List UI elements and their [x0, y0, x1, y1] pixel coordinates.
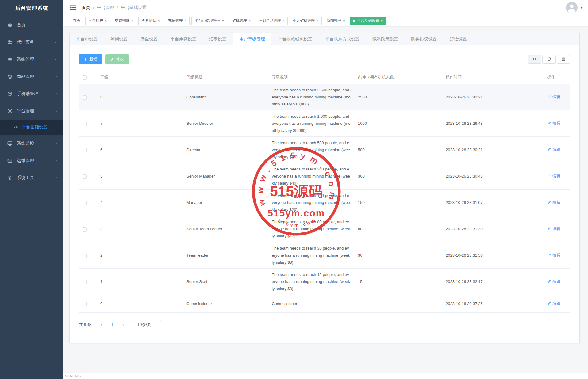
users-icon	[7, 39, 13, 45]
tab-balance[interactable]: 平台余额设置	[164, 33, 203, 45]
tab-contact[interactable]: 平台联系方式设置	[319, 33, 366, 45]
footer-text: MINING	[63, 374, 82, 378]
tab-commission[interactable]: 佣金设置	[134, 33, 164, 45]
tab-user-level[interactable]: 用户等级管理	[233, 33, 271, 45]
breadcrumb-separator: /	[93, 5, 94, 10]
edit-row-button[interactable]: 编辑	[547, 172, 560, 179]
sidebar-item-goods-management[interactable]: 商品管理	[0, 68, 63, 85]
cell-desc: Commissioner	[268, 295, 354, 313]
cell-title: Manager	[183, 190, 268, 216]
tag-close-icon[interactable]: ×	[381, 19, 383, 23]
sidebar-item-mobile-management[interactable]: 手机端管理	[0, 85, 63, 102]
pen-icon	[547, 121, 551, 125]
select-all-checkbox[interactable]	[83, 75, 87, 80]
sidebar-item-system-monitor[interactable]: 系统监控	[0, 135, 63, 152]
edit-row-button[interactable]: 编辑	[547, 225, 560, 232]
edit-row-button[interactable]: 编辑	[547, 146, 560, 153]
app-window: 后台管理系统 首页 代理菜单	[0, 0, 588, 379]
row-checkbox[interactable]	[83, 95, 87, 100]
row-checkbox[interactable]	[83, 148, 87, 152]
edit-row-button[interactable]: 编辑	[547, 300, 560, 307]
tag-recharge-management[interactable]: 充值管理×	[165, 17, 190, 25]
row-checkbox[interactable]	[83, 254, 87, 258]
tag-view-team[interactable]: 查看团队×	[138, 17, 163, 25]
tag-transaction-details[interactable]: 交易明细×	[112, 17, 137, 25]
sidebar-item-label: 手机端管理	[17, 91, 38, 97]
cell-condition: 150	[354, 190, 442, 216]
cell-condition: 2500	[354, 84, 442, 110]
edit-row-button[interactable]: 编辑	[547, 199, 560, 206]
sidebar-item-home[interactable]: 首页	[0, 17, 63, 34]
tag-close-icon[interactable]: ×	[158, 19, 160, 23]
pagination-prev-button[interactable]: ‹	[95, 322, 106, 327]
row-checkbox[interactable]	[83, 302, 87, 306]
tag-close-icon[interactable]: ×	[282, 19, 285, 23]
tag-close-icon[interactable]: ×	[131, 19, 134, 23]
sidebar-item-platform-basic-settings[interactable]: </> 平台基础设置	[0, 120, 63, 135]
tab-exchange-rate[interactable]: 汇率设置	[203, 33, 233, 45]
cell-title: Senior Manager	[183, 163, 268, 190]
tag-platform-users[interactable]: 平台用户×	[85, 17, 110, 25]
hamburger-icon[interactable]	[70, 5, 76, 10]
sidebar-item-agent-menu[interactable]: 代理菜单	[0, 34, 63, 51]
tag-miner-management[interactable]: 矿机管理×	[229, 17, 254, 25]
tag-close-icon[interactable]: ×	[316, 19, 319, 23]
tab-platform-coin[interactable]: 平台币设置	[70, 33, 104, 45]
pagination-page-1[interactable]: 1	[106, 323, 117, 327]
row-checkbox[interactable]	[83, 227, 87, 232]
tab-wallet[interactable]: 平台收款钱包设置	[271, 33, 319, 45]
tag-close-icon[interactable]: ×	[248, 19, 251, 23]
pen-icon	[547, 301, 551, 305]
tag-platform-basic-settings[interactable]: 平台基础设置×	[350, 17, 386, 25]
cell-title: Senior Staff	[183, 269, 268, 295]
tag-close-icon[interactable]: ×	[343, 19, 345, 23]
row-checkbox[interactable]	[83, 201, 87, 205]
sidebar-item-system-management[interactable]: 系统管理	[0, 51, 63, 68]
add-button[interactable]: 新增	[79, 54, 102, 64]
pagination-total: 共 9 条	[79, 322, 91, 327]
caret-down-icon[interactable]	[580, 7, 583, 10]
tag-personal-miner[interactable]: 个人矿机管理×	[290, 17, 322, 25]
search-button[interactable]	[528, 55, 541, 64]
col-action: 操作	[544, 71, 570, 84]
tab-checkin[interactable]: 签到设置	[104, 33, 134, 45]
breadcrumb-home[interactable]: 首页	[82, 5, 90, 10]
page-size-select[interactable]: 10条/页	[133, 320, 161, 329]
edit-row-button[interactable]: 编辑	[547, 251, 560, 258]
sidebar-item-platform-management[interactable]: 平台管理	[0, 102, 63, 120]
sidebar-item-system-tools[interactable]: 系统工具	[0, 169, 63, 186]
tag-close-icon[interactable]: ×	[184, 19, 187, 23]
chevron-down-icon	[54, 142, 57, 145]
tab-panel-user-level: 新增 修改	[70, 45, 579, 343]
cell-time: 2023-10-26 23:30:48	[442, 163, 544, 190]
breadcrumb-current: 平台基础设置	[121, 5, 147, 10]
tab-sms[interactable]: 短信设置	[443, 33, 473, 45]
tab-purchase-agreement[interactable]: 购买协议设置	[405, 33, 443, 45]
row-checkbox[interactable]	[83, 280, 87, 284]
footer: MINING	[63, 373, 588, 379]
edit-row-button[interactable]: 编辑	[547, 278, 560, 285]
cell-desc: The team needs to reach 1,000 people, an…	[268, 110, 354, 137]
edit-row-button[interactable]: 编辑	[547, 93, 560, 100]
sidebar: 后台管理系统 首页 代理菜单	[0, 0, 63, 379]
row-checkbox[interactable]	[83, 174, 87, 179]
pagination-next-button[interactable]: ›	[117, 322, 129, 327]
tag-withdraw-management[interactable]: 平台币提现管理×	[191, 17, 227, 25]
cube-icon	[7, 91, 13, 97]
tag-news-management[interactable]: 新闻管理×	[324, 17, 348, 25]
sidebar-item-ops-management[interactable]: 运维管理	[0, 152, 63, 169]
column-settings-button[interactable]	[557, 55, 570, 64]
tag-home[interactable]: 首页	[70, 17, 83, 25]
edit-row-button[interactable]: 编辑	[547, 120, 560, 127]
cell-desc: The team needs to reach 2,500 people, an…	[268, 84, 354, 110]
avatar[interactable]	[566, 2, 578, 13]
tag-close-icon[interactable]: ×	[222, 19, 224, 23]
table-row: 8 Consultant The team needs to reach 2,5…	[79, 84, 570, 110]
refresh-button[interactable]	[542, 55, 556, 64]
tab-privacy-policy[interactable]: 隐私政策设置	[366, 33, 405, 45]
modify-button-disabled[interactable]: 修改	[105, 54, 129, 64]
tag-financial-products[interactable]: 理财产品管理×	[256, 17, 288, 25]
row-checkbox[interactable]	[83, 122, 87, 126]
tag-close-icon[interactable]: ×	[105, 19, 107, 23]
sidebar-item-label: 商品管理	[17, 74, 34, 79]
